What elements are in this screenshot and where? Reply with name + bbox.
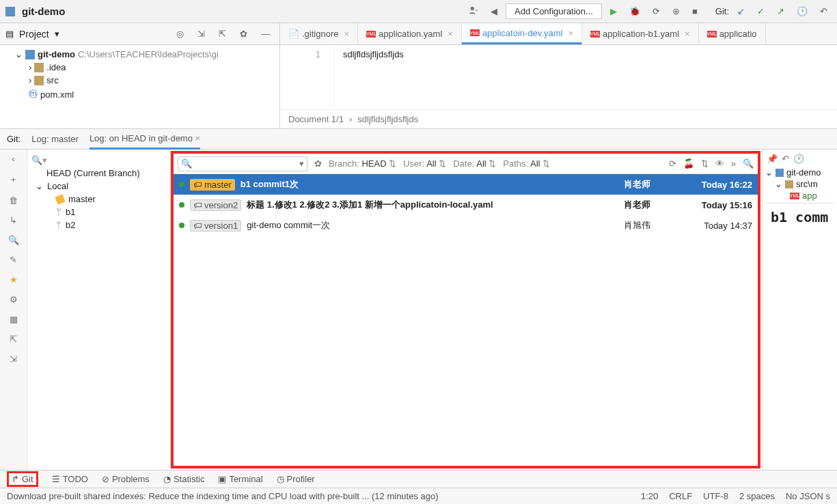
debug-icon[interactable]: 🐞: [625, 3, 644, 19]
code-editor[interactable]: 1 sdljfldsjfljdsfljds: [280, 45, 837, 109]
dropdown-icon[interactable]: ▾: [55, 29, 59, 39]
expand-icon[interactable]: ⇲: [193, 26, 209, 42]
eye-icon[interactable]: 👁: [715, 158, 724, 169]
tree-item-pom[interactable]: ⓜpom.xml: [0, 87, 279, 102]
back-icon[interactable]: ◀: [486, 3, 502, 19]
tree-item[interactable]: ⌄git-demo: [765, 167, 834, 178]
tab-application[interactable]: YMLapplication.yaml×: [358, 23, 462, 44]
git-update-icon[interactable]: ↙: [733, 3, 749, 19]
branch-local-group[interactable]: ⌄Local: [27, 180, 170, 193]
tab-gitignore[interactable]: 📄.gitignore×: [280, 23, 358, 44]
tab-application-b1[interactable]: YMLapplication-b1.yaml×: [582, 23, 699, 44]
project-view-icon[interactable]: ▤: [5, 29, 14, 39]
star-icon[interactable]: ★: [10, 275, 18, 285]
diff-icon[interactable]: ▦: [10, 314, 18, 324]
edit-icon[interactable]: ✎: [10, 255, 17, 265]
profile-icon[interactable]: ⊕: [668, 3, 684, 19]
tree-root-label: git-demo: [38, 49, 75, 59]
status-line-ending[interactable]: CRLF: [669, 491, 692, 501]
editor-tabs: 📄.gitignore× YMLapplication.yaml× YMLapp…: [280, 23, 837, 45]
bottom-tab-problems[interactable]: ⊘Problems: [102, 474, 150, 484]
branch-search[interactable]: 🔍▾: [27, 154, 170, 167]
undo-icon[interactable]: ↶: [782, 154, 789, 164]
close-icon[interactable]: ×: [344, 29, 349, 39]
bottom-tab-label: Profiler: [287, 474, 315, 484]
branch-head[interactable]: HEAD (Current Branch): [27, 167, 170, 180]
collapse-icon[interactable]: ⇱: [215, 26, 230, 42]
add-icon[interactable]: ＋: [9, 173, 18, 186]
status-indent[interactable]: 2 spaces: [739, 491, 775, 501]
yaml-icon: YML: [790, 193, 799, 199]
branch-b1[interactable]: ᛘb1: [27, 206, 170, 219]
tree-item-src[interactable]: ›src: [0, 74, 279, 87]
close-icon[interactable]: ×: [568, 28, 573, 38]
commit-row[interactable]: 🏷 master b1 commit1次 肖老师 Today 16:22: [174, 174, 758, 195]
filter-paths[interactable]: Paths: All ⇅: [503, 158, 550, 169]
refresh-icon[interactable]: ⟳: [669, 158, 676, 169]
sort-icon[interactable]: ⇅: [701, 158, 709, 169]
delete-icon[interactable]: 🗑: [9, 195, 18, 206]
status-encoding[interactable]: UTF-8: [703, 491, 728, 501]
filter-branch[interactable]: Branch: HEAD ⇅: [329, 158, 396, 169]
collapse-all-icon[interactable]: ⇲: [10, 354, 17, 364]
settings-icon[interactable]: ✿: [236, 26, 251, 42]
folder-icon: [34, 76, 44, 85]
git-tab-log-head[interactable]: Log: on HEAD in git-demo ×: [90, 129, 200, 150]
branch-b2[interactable]: ᛘb2: [27, 219, 170, 232]
status-schema[interactable]: No JSON s: [786, 491, 830, 501]
git-commit-icon[interactable]: ✓: [753, 3, 769, 19]
branch-icon[interactable]: ↳: [10, 215, 17, 225]
back-icon[interactable]: ‹: [12, 154, 14, 164]
pin-icon[interactable]: 📌: [767, 154, 778, 164]
git-push-icon[interactable]: ↗: [773, 3, 788, 19]
status-message[interactable]: Download pre-built shared indexes: Reduc…: [7, 491, 630, 501]
user-dropdown-icon[interactable]: [465, 3, 482, 20]
project-pane-label[interactable]: Project: [19, 29, 49, 40]
filter-user[interactable]: User: All ⇅: [403, 158, 446, 169]
filter-settings-icon[interactable]: ✿: [314, 158, 322, 169]
tree-root[interactable]: ⌄ git-demo C:\Users\TEACHER\IdeaProjects…: [0, 48, 279, 61]
tab-application-dev[interactable]: YMLapplicatoin-dev.yaml×: [462, 23, 582, 44]
search-icon[interactable]: 🔍: [8, 235, 19, 245]
close-icon[interactable]: ×: [448, 29, 453, 39]
expand-all-icon[interactable]: ⇱: [10, 334, 17, 344]
bottom-tab-profiler[interactable]: ◷Profiler: [277, 474, 315, 484]
coverage-icon[interactable]: ⟳: [648, 3, 664, 19]
branch-master[interactable]: master: [27, 193, 170, 206]
redo-icon[interactable]: 🕑: [793, 154, 804, 164]
gear-icon[interactable]: ⚙: [10, 294, 18, 305]
log-search-input[interactable]: 🔍▾: [178, 156, 307, 171]
git-rollback-icon[interactable]: ↶: [816, 3, 832, 19]
tree-item[interactable]: ⌄src\m: [765, 178, 834, 190]
log-toolbar: 🔍▾ ✿ Branch: HEAD ⇅ User: All ⇅ Date: Al…: [174, 154, 758, 174]
editor-body[interactable]: sdljfldsjfljdsfljds: [335, 45, 412, 109]
tab-application-more[interactable]: YMLapplicatio: [699, 23, 766, 44]
git-tab-log-master[interactable]: Log: master: [31, 130, 79, 148]
bottom-tab-statistic[interactable]: ◔Statistic: [163, 474, 205, 484]
bottom-tab-git[interactable]: ↱Git: [7, 471, 38, 487]
git-history-icon[interactable]: 🕑: [793, 3, 812, 19]
tree-item[interactable]: YMLapp: [765, 190, 834, 201]
cherry-pick-icon[interactable]: 🍒: [683, 158, 694, 169]
commit-list[interactable]: 🏷 master b1 commit1次 肖老师 Today 16:22 🏷 v…: [174, 174, 758, 236]
run-icon[interactable]: ▶: [606, 3, 621, 19]
add-configuration-button[interactable]: Add Configuration...: [506, 3, 602, 19]
bottom-tab-todo[interactable]: ☰TODO: [52, 474, 88, 484]
close-icon[interactable]: ×: [195, 133, 201, 143]
bottom-tab-terminal[interactable]: ▣Terminal: [218, 474, 262, 484]
target-icon[interactable]: ◎: [172, 26, 188, 42]
project-tree[interactable]: ⌄ git-demo C:\Users\TEACHER\IdeaProjects…: [0, 45, 279, 128]
commit-row[interactable]: 🏷 version2 标题 1.修改1 2.修改2 3.添加1 新增一个appl…: [174, 195, 758, 215]
commit-row[interactable]: 🏷 version1 git-demo commit一次 肖旭伟 Today 1…: [174, 215, 758, 236]
breadcrumb-path[interactable]: sdljfldsjfljdsfljds: [357, 114, 418, 124]
status-position[interactable]: 1:20: [641, 491, 658, 501]
search-icon[interactable]: 🔍: [743, 158, 754, 169]
breadcrumb-doc[interactable]: Document 1/1: [288, 114, 344, 124]
close-icon[interactable]: ×: [685, 29, 690, 39]
changed-files-tree[interactable]: ⌄git-demo ⌄src\m YMLapp: [765, 165, 834, 203]
filter-date[interactable]: Date: All ⇅: [453, 158, 496, 169]
hide-icon[interactable]: —: [257, 26, 274, 42]
tree-item-idea[interactable]: ›.idea: [0, 61, 279, 74]
stop-icon[interactable]: ■: [688, 3, 702, 19]
more-icon[interactable]: »: [731, 158, 736, 169]
